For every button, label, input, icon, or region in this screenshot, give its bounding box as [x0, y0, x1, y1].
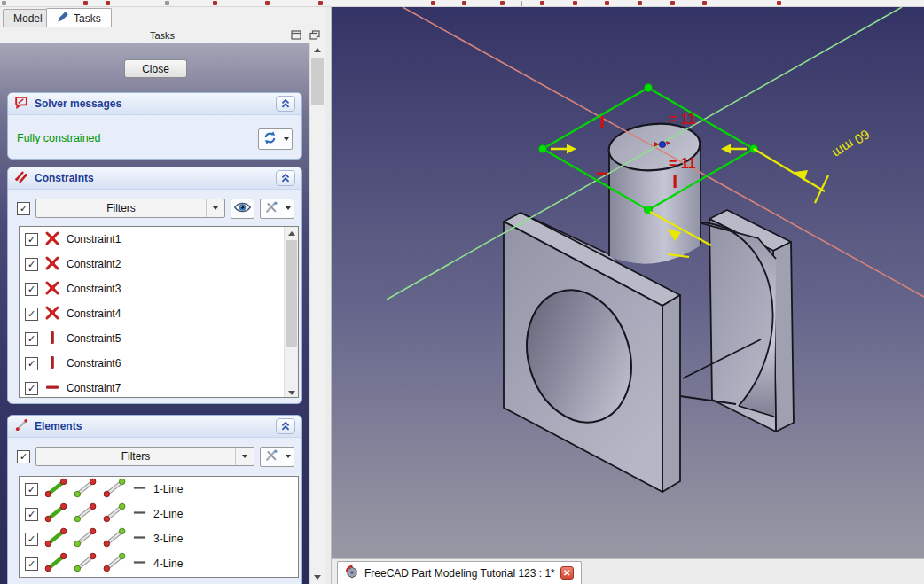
constraint-checkbox[interactable]: [25, 382, 38, 395]
constraint-checkbox[interactable]: [25, 332, 38, 346]
panel-title: Tasks: [150, 30, 175, 41]
top-toolbar[interactable]: [0, 0, 924, 7]
vertical-constraint-icon: [44, 330, 60, 348]
refresh-split-button: [258, 128, 293, 150]
list-item[interactable]: 2-Line: [20, 502, 298, 526]
elements-filter-row: Filters: [17, 446, 294, 467]
elements-header[interactable]: Elements: [8, 416, 301, 438]
scrollbar-thumb[interactable]: [311, 58, 324, 105]
constraints-section: Constraints Filters: [7, 167, 302, 404]
element-checkbox[interactable]: [25, 483, 38, 496]
list-item[interactable]: Constraint2: [20, 252, 298, 276]
constraint-label: Constraint6: [67, 357, 121, 370]
list-item[interactable]: Constraint1: [20, 227, 298, 252]
scroll-up-button[interactable]: [310, 43, 325, 57]
elements-icon: [14, 417, 29, 436]
tab-tasks-label: Tasks: [74, 12, 101, 25]
list-item[interactable]: Constraint7: [20, 376, 298, 398]
scroll-down-button[interactable]: [310, 570, 325, 584]
toolbar-icon-fragment: [2, 1, 6, 5]
constraint-checkbox[interactable]: [25, 308, 38, 321]
line-startpoint-icon: [74, 502, 97, 526]
toolbar-icon-fragment: [605, 1, 609, 5]
sketch-vertex-left[interactable]: [539, 145, 547, 153]
sketch-vertex-top[interactable]: [645, 84, 653, 92]
collapse-constraints-button[interactable]: [276, 170, 295, 186]
element-checkbox[interactable]: [25, 557, 38, 571]
dash-icon: [132, 505, 147, 523]
collapse-elements-button[interactable]: [276, 418, 295, 434]
element-checkbox[interactable]: [25, 508, 38, 521]
constraints-list-scrollbar[interactable]: [284, 227, 298, 398]
toolbar-icon-fragment: [265, 1, 270, 5]
freecad-document-icon: [345, 565, 359, 581]
solver-messages-header[interactable]: Solver messages: [8, 93, 301, 115]
refresh-dropdown-button[interactable]: [280, 129, 292, 149]
toolbar-icon-fragment: [165, 1, 169, 5]
constraints-filter-row: Filters: [17, 198, 294, 219]
eye-icon: [233, 201, 252, 216]
3d-viewport[interactable]: 60 mm = 11 = 11: [332, 7, 924, 558]
constraint-checkbox[interactable]: [25, 357, 38, 370]
constraint-settings-dropdown-button[interactable]: [282, 199, 294, 218]
panel-scrollbar[interactable]: [309, 43, 325, 584]
list-item[interactable]: Constraint3: [20, 276, 298, 301]
line-edge-icon: [44, 552, 67, 575]
scrollbar-thumb[interactable]: [286, 240, 297, 347]
constraint-checkbox[interactable]: [25, 283, 38, 296]
element-settings-button[interactable]: [261, 448, 282, 466]
scroll-down-button[interactable]: [285, 386, 298, 398]
show-hide-constraints-button[interactable]: [231, 199, 254, 219]
toolbar-icon-fragment: [573, 1, 577, 5]
element-settings-dropdown-button[interactable]: [282, 448, 294, 466]
vertical-constraint-mark: [601, 116, 604, 128]
list-item[interactable]: Constraint6: [20, 351, 298, 376]
list-item[interactable]: Constraint4: [20, 301, 298, 326]
scroll-up-button[interactable]: [285, 227, 298, 239]
collapse-solver-button[interactable]: [276, 96, 295, 112]
line-endpoint-icon: [103, 502, 126, 526]
toolbar-icon-fragment: [521, 1, 522, 6]
coincident-constraint-icon: [44, 280, 60, 299]
toolbar-icon-fragment: [318, 1, 323, 5]
elements-filter-checkbox[interactable]: [17, 450, 30, 463]
horizontal-constraint-icon: [44, 379, 60, 398]
element-label: 4-Line: [153, 557, 183, 570]
element-checkbox[interactable]: [25, 533, 38, 546]
element-label: 3-Line: [153, 533, 183, 545]
coincident-constraint-icon: [44, 255, 60, 274]
elements-filter-combo[interactable]: Filters: [35, 447, 254, 466]
line-edge-icon: [44, 478, 67, 501]
constraint-settings-button[interactable]: [261, 199, 282, 218]
constraint-label: Constraint2: [67, 258, 121, 270]
constraints-filter-combo[interactable]: Filters: [35, 199, 225, 218]
constraint-checkbox[interactable]: [25, 258, 38, 271]
toolbar-icon-fragment: [462, 1, 466, 5]
chevron-up-icon: [278, 170, 293, 187]
constraint-label: Constraint3: [67, 283, 121, 295]
constraints-filter-checkbox[interactable]: [17, 202, 30, 215]
line-endpoint-icon: [103, 527, 126, 550]
list-item[interactable]: 1-Line: [20, 477, 298, 502]
panel-splitter[interactable]: [325, 7, 332, 584]
line-edge-icon: [44, 502, 67, 526]
list-item[interactable]: 3-Line: [20, 526, 298, 551]
refresh-button[interactable]: [259, 129, 280, 149]
close-button[interactable]: Close: [124, 59, 187, 78]
document-tabbar: FreeCAD Part Modeling Tutorial 123 : 1* …: [332, 558, 924, 584]
close-document-icon[interactable]: ✕: [560, 566, 574, 580]
panel-titlebar: Tasks: [0, 27, 325, 43]
constraints-header[interactable]: Constraints: [8, 167, 301, 190]
toolbar-icon-fragment: [670, 1, 675, 5]
dock-icon[interactable]: [291, 30, 301, 42]
horizontal-constraint-mark: [597, 173, 607, 175]
tab-tasks[interactable]: Tasks: [46, 8, 112, 27]
constraint-checkbox[interactable]: [25, 233, 38, 246]
float-icon[interactable]: [309, 30, 320, 42]
dash-icon: [132, 480, 147, 498]
toolbar-icon-fragment: [540, 1, 544, 5]
list-item[interactable]: Constraint5: [20, 326, 298, 351]
document-tab[interactable]: FreeCAD Part Modeling Tutorial 123 : 1* …: [337, 561, 582, 584]
list-item[interactable]: 4-Line: [20, 551, 298, 576]
toolbar-icon-fragment: [106, 1, 110, 5]
